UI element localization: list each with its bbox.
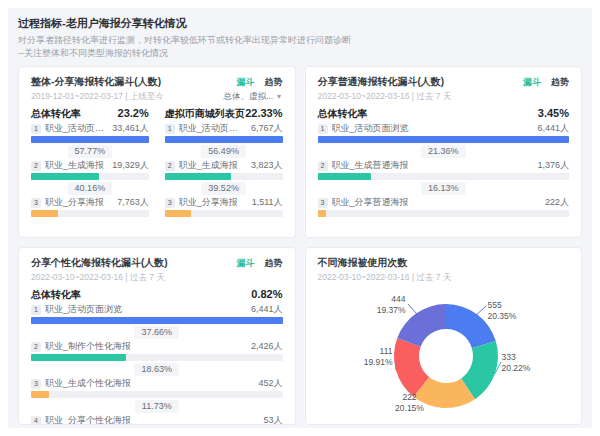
funnel-column-overall: 总体转化率23.2%1职业_活动页面浏览33,461人57.77%2职业_生成海… [31, 103, 149, 217]
funnel-step-index: 3 [31, 379, 41, 389]
funnel-column-normal-poster: 总体转化率3.45%1职业_活动页面浏览6,441人21.36%2职业_生成普通… [318, 107, 570, 217]
funnel-step-row: 1职业_活动页面浏览6,767人 [165, 123, 283, 134]
funnel-header: 总体转化率0.82% [31, 288, 283, 302]
funnel-bar [318, 136, 570, 143]
funnel-step-label: 职业_分享海报 [179, 197, 246, 208]
tab-trend[interactable]: 趋势 [551, 76, 569, 89]
funnel-step-label: 职业_分享普通海报 [332, 197, 539, 208]
panel-subheader: 2022-03-10~2022-03-16 | 过去 7 天 [31, 272, 283, 284]
funnel-step-rate: 21.36% [421, 145, 466, 158]
funnel-step-row: 3职业_生成个性化海报452人 [31, 378, 283, 389]
panel-subheader: 2022-03-10~2022-03-16 | 过去 7 天 [318, 91, 570, 103]
funnel-step-index: 2 [165, 161, 175, 171]
funnel-column-personalized-poster: 总体转化率0.82%1职业_活动页面浏览6,441人37.66%2职业_制作个性… [31, 288, 283, 425]
funnel-header: 虚拟币商城列表页22.33% [165, 107, 283, 121]
funnel-step-row: 2职业_生成普通海报1,376人 [318, 160, 570, 171]
funnel-step-count: 1,376人 [537, 160, 569, 171]
panel-normal-poster-funnel: 分享普通海报转化漏斗(人数) 漏斗 趋势 2022-03-10~2022-03-… [305, 66, 583, 238]
tab-trend[interactable]: 趋势 [265, 257, 283, 270]
date-range: 2022-03-10~2022-03-16 | 过去 7 天 [31, 272, 165, 284]
funnel-bar-track [31, 136, 149, 143]
panel-title: 分享个性化海报转化漏斗(人数) [31, 256, 168, 270]
funnel-step-row: 3职业_分享海报7,763人 [31, 197, 149, 208]
donut-label-percent: 20.35% [488, 311, 517, 322]
panel-title: 整体-分享海报转化漏斗(人数) [31, 75, 161, 89]
funnel-step-count: 452人 [258, 378, 282, 389]
panel-header: 分享个性化海报转化漏斗(人数) 漏斗 趋势 [31, 256, 283, 270]
donut-label-line [477, 306, 486, 314]
funnel-step-count: 7,763人 [117, 197, 149, 208]
funnel-header-label: 总体转化率 [31, 107, 81, 121]
funnel-step-rate: 18.63% [134, 363, 179, 376]
funnel-bar-track [31, 391, 283, 398]
donut-label-percent: 19.37% [377, 305, 406, 316]
funnel-total-rate: 3.45% [538, 107, 569, 119]
funnel-header-label: 总体转化率 [318, 107, 368, 121]
funnel-step-count: 2,426人 [251, 341, 283, 352]
donut-label: 11119.91% [364, 346, 393, 368]
funnel-total-rate: 22.33% [245, 107, 282, 119]
funnel-step-count: 53人 [263, 415, 282, 425]
panel-poster-usage-donut: 不同海报被使用次数 2022-03-10~2022-03-16 | 过去 7 天… [305, 247, 583, 425]
donut-label-value: 444 [377, 294, 406, 305]
donut-label: 33320.22% [502, 352, 531, 374]
funnel-step-count: 6,441人 [251, 304, 283, 315]
panel-header: 不同海报被使用次数 [318, 256, 570, 270]
funnel-bar-track [31, 354, 283, 361]
funnel-step-index: 2 [31, 342, 41, 352]
donut-label-line [408, 304, 416, 313]
funnel-step-index: 2 [31, 161, 41, 171]
funnel-step-index: 2 [318, 161, 328, 171]
funnel-step-index: 1 [31, 305, 41, 315]
view-tabs: 漏斗 趋势 [237, 257, 283, 270]
donut-label: 22220.15% [388, 392, 432, 414]
funnel-step-label: 职业_制作个性化海报 [45, 341, 245, 352]
funnel-bar [165, 173, 232, 180]
panel-header: 分享普通海报转化漏斗(人数) 漏斗 趋势 [318, 75, 570, 89]
donut-label-value: 111 [364, 346, 393, 357]
funnel-step-row: 3职业_分享普通海报222人 [318, 197, 570, 208]
funnel-step-count: 1,511人 [252, 197, 283, 208]
funnel-step-label: 职业_活动页面浏览 [45, 304, 245, 315]
donut-label-percent: 20.15% [388, 403, 432, 414]
funnel-step-rate: 37.66% [134, 326, 179, 339]
chevron-down-icon: ▼ [276, 93, 283, 100]
funnel-total-rate: 0.82% [251, 288, 282, 300]
funnel-header: 总体转化率23.2% [31, 107, 149, 121]
funnel-bar [31, 354, 126, 361]
funnel-bar-track [31, 317, 283, 324]
tab-funnel[interactable]: 漏斗 [237, 257, 255, 270]
funnel-step-row: 4职业_分享个性化海报53人 [31, 415, 283, 425]
funnel-step-rate: 40.16% [68, 182, 113, 195]
panel-overall-share-funnel: 整体-分享海报转化漏斗(人数) 漏斗 趋势 2019-12-01~2022-03… [18, 66, 296, 238]
funnel-bar [31, 317, 283, 324]
segment-dropdown[interactable]: 总体、虚拟... ▼ [224, 91, 283, 103]
funnel-bar-track [165, 136, 283, 143]
funnel-step-row: 1职业_活动页面浏览33,461人 [31, 123, 149, 134]
funnel-bar-track [318, 210, 570, 217]
tab-trend[interactable]: 趋势 [265, 76, 283, 89]
donut-label-value: 333 [502, 352, 531, 363]
panel-header: 整体-分享海报转化漏斗(人数) 漏斗 趋势 [31, 75, 283, 89]
tab-funnel[interactable]: 漏斗 [523, 76, 541, 89]
panel-subheader: 2022-03-10~2022-03-16 | 过去 7 天 [318, 272, 570, 284]
funnel-step-label: 职业_活动页面浏览 [332, 123, 532, 134]
funnel-step-row: 2职业_制作个性化海报2,426人 [31, 341, 283, 352]
funnel-columns: 总体转化率23.2%1职业_活动页面浏览33,461人57.77%2职业_生成海… [31, 103, 283, 217]
funnel-step-label: 职业_生成个性化海报 [45, 378, 252, 389]
tab-funnel[interactable]: 漏斗 [237, 76, 255, 89]
funnel-bar [31, 173, 99, 180]
funnel-bar-track [318, 136, 570, 143]
donut-label-value: 555 [488, 300, 517, 311]
donut-label-percent: 19.91% [364, 357, 393, 368]
funnel-bar [318, 173, 372, 180]
funnel-step-label: 职业_分享个性化海报 [45, 415, 257, 425]
donut-label-value: 222 [388, 392, 432, 403]
page-subtitle-line1: 对分享者路径转化率进行监测，对转化率较低环节或转化率出现异常时进行问题诊断 [18, 34, 582, 47]
funnel-step-label: 职业_分享海报 [45, 197, 111, 208]
funnel-step-label: 职业_活动页面浏览 [45, 123, 106, 134]
donut-label: 55520.35% [488, 300, 517, 322]
funnel-step-row: 1职业_活动页面浏览6,441人 [31, 304, 283, 315]
funnel-step-index: 1 [31, 124, 41, 134]
funnel-step-count: 19,329人 [112, 160, 149, 171]
